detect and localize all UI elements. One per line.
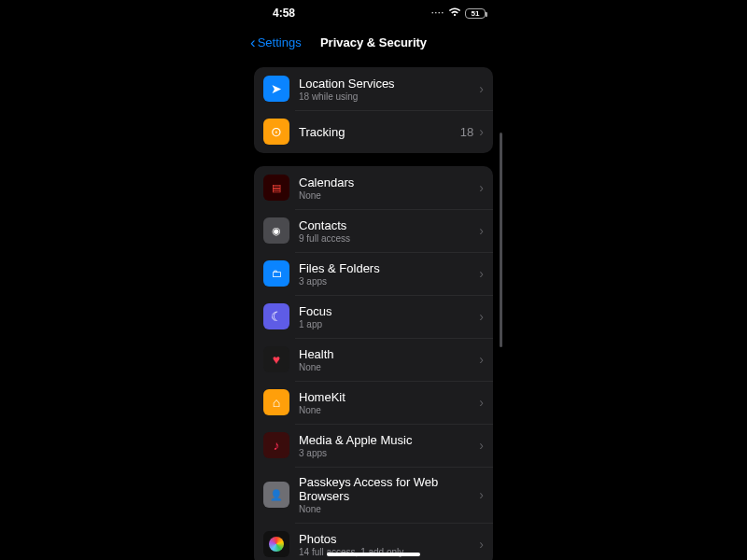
chevron-right-icon: › [479,180,484,195]
health-icon: ♥ [263,346,289,372]
scroll-indicator[interactable] [500,133,502,347]
chevron-right-icon: › [479,352,484,367]
chevron-right-icon: › [479,124,484,139]
chevron-right-icon: › [479,395,484,410]
passkeys-icon: 👤 [263,482,289,508]
chevron-right-icon: › [479,266,484,281]
battery-level: 51 [472,9,480,18]
settings-scroll[interactable]: ➤ Location Services 18 while using › ⊙ T… [245,58,502,560]
group-data-access: ▤ Calendars None › ◉ Contacts 9 full acc… [254,166,493,560]
chevron-right-icon: › [479,438,484,453]
chevron-right-icon: › [479,81,484,96]
music-icon: ♪ [263,432,289,458]
group-location: ➤ Location Services 18 while using › ⊙ T… [254,67,493,153]
back-button[interactable]: ‹ Settings [250,35,302,50]
row-location-services[interactable]: ➤ Location Services 18 while using › [254,67,493,110]
calendar-icon: ▤ [263,175,289,201]
row-label: HomeKit [299,390,479,404]
folder-icon: 🗀 [263,260,289,287]
row-label: Health [299,347,479,361]
row-sublabel: None [299,405,479,415]
chevron-right-icon: › [479,223,484,238]
row-sublabel: None [299,362,479,372]
row-label: Contacts [299,218,479,232]
row-health[interactable]: ♥ Health None › [254,338,493,381]
chevron-right-icon: › [479,537,484,552]
chevron-right-icon: › [479,487,484,502]
row-sublabel: 3 apps [299,276,479,287]
phone-frame: 4:58 ···· 51 ‹ Settings Privacy & Securi… [245,0,502,560]
status-time: 4:58 [273,7,295,20]
row-sublabel: None [299,504,479,514]
location-icon: ➤ [263,76,289,102]
cellular-icon: ···· [431,8,444,18]
row-calendars[interactable]: ▤ Calendars None › [254,166,493,209]
row-sublabel: 9 full access [299,233,479,244]
row-label: Tracking [299,125,460,139]
row-contacts[interactable]: ◉ Contacts 9 full access › [254,209,493,252]
row-label: Passkeys Access for Web Browsers [299,475,479,503]
row-label: Media & Apple Music [299,433,479,447]
row-tracking[interactable]: ⊙ Tracking 18 › [254,110,493,153]
row-sublabel: None [299,190,479,201]
row-label: Location Services [299,77,479,91]
photos-icon [263,531,289,557]
wifi-icon [448,7,461,20]
nav-bar: ‹ Settings Privacy & Security [245,26,502,58]
battery-icon: 51 [465,8,486,19]
chevron-right-icon: › [479,309,484,324]
row-homekit[interactable]: ⌂ HomeKit None › [254,381,493,424]
chevron-left-icon: ‹ [250,35,256,50]
tracking-icon: ⊙ [263,119,289,145]
row-passkeys[interactable]: 👤 Passkeys Access for Web Browsers None … [254,467,493,523]
row-sublabel: 1 app [299,319,479,329]
row-label: Calendars [299,175,479,189]
focus-icon: ☾ [263,303,289,329]
row-sublabel: 18 while using [299,91,479,102]
row-sublabel: 3 apps [299,448,479,458]
contacts-icon: ◉ [263,217,289,244]
row-media-apple-music[interactable]: ♪ Media & Apple Music 3 apps › [254,424,493,467]
row-label: Photos [299,532,479,546]
row-trailing-value: 18 [460,125,473,139]
status-bar: 4:58 ···· 51 [245,0,502,26]
home-indicator[interactable] [327,553,420,556]
home-icon: ⌂ [263,389,289,415]
row-focus[interactable]: ☾ Focus 1 app › [254,295,493,338]
row-label: Focus [299,304,479,318]
status-right: ···· 51 [431,7,486,20]
back-label: Settings [258,35,302,49]
row-label: Files & Folders [299,261,479,275]
row-files-folders[interactable]: 🗀 Files & Folders 3 apps › [254,252,493,295]
